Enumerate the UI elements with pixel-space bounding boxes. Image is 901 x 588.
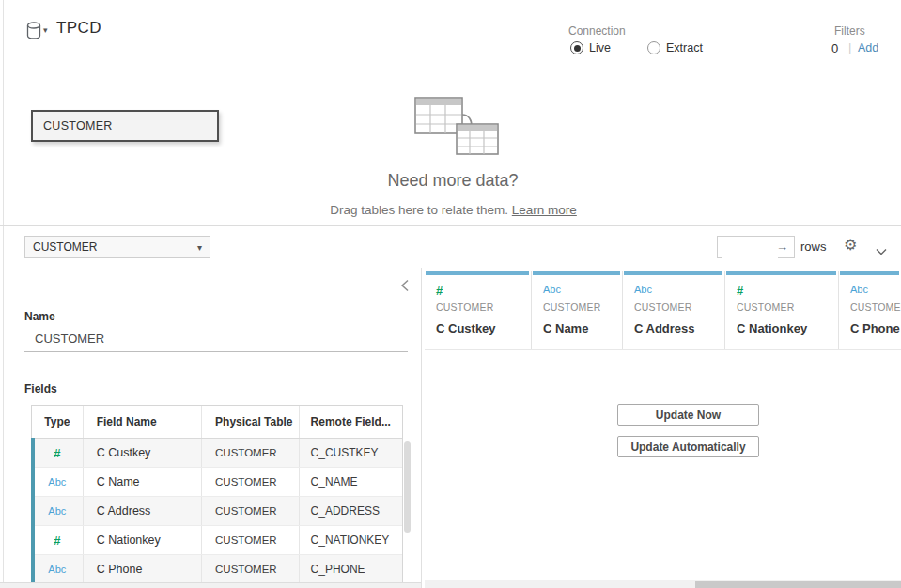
cell-remote-field: C_NATIONKEY [300, 526, 402, 554]
number-type-icon: # [32, 526, 84, 554]
column-accent-bar [426, 271, 529, 275]
grid-column-header[interactable]: Abc CUSTOMER C Phone [839, 271, 901, 349]
cell-remote-field: C_ADDRESS [300, 497, 402, 525]
table-row[interactable]: Abc C Address CUSTOMER C_ADDRESS [32, 497, 402, 526]
cell-physical-table: CUSTOMER [202, 468, 300, 496]
filters-separator: | [848, 40, 851, 54]
canvas-table-chip[interactable]: CUSTOMER [31, 110, 219, 142]
grid-column-header[interactable]: # CUSTOMER C Nationkey [725, 271, 839, 349]
header-remote-field[interactable]: Remote Field... [300, 406, 402, 438]
column-accent-bar [624, 271, 722, 275]
number-type-icon: # [32, 439, 84, 467]
chevron-down-icon[interactable] [876, 242, 887, 259]
header-physical-table[interactable]: Physical Table [202, 406, 300, 438]
radio-live[interactable] [570, 41, 583, 54]
table-row[interactable]: # C Nationkey CUSTOMER C_NATIONKEY [32, 526, 402, 555]
header-field-name[interactable]: Field Name [84, 406, 202, 438]
relate-tables-illustration-icon [402, 90, 505, 162]
left-panel-bottom-scroll-track[interactable] [0, 582, 421, 588]
radio-live-label[interactable]: Live [589, 41, 611, 54]
fields-table-vertical-scrollbar[interactable] [404, 441, 411, 533]
table-selector-dropdown[interactable]: CUSTOMER ▾ [24, 236, 210, 258]
connection-label: Connection [568, 24, 626, 38]
column-accent-bar [533, 271, 620, 275]
panel-divider [421, 268, 422, 588]
column-accent-bar [726, 271, 836, 275]
cell-field-name: C Phone [84, 555, 202, 582]
apply-arrow-icon[interactable]: → [776, 240, 788, 254]
gear-icon[interactable]: ⚙ [844, 236, 857, 254]
column-accent-bar [840, 271, 899, 275]
radio-extract-label[interactable]: Extract [666, 41, 703, 54]
database-icon[interactable] [25, 22, 42, 44]
empty-state-title: Need more data? [312, 171, 594, 191]
grid-header-bottom-divider [425, 349, 901, 350]
string-type-icon: Abc [543, 284, 561, 295]
column-table-name: CUSTOMER [737, 302, 795, 313]
cell-remote-field: C_CUSTKEY [300, 439, 402, 467]
header-type[interactable]: Type [32, 406, 84, 438]
name-field-underline [24, 351, 408, 352]
tableau-datasource-page: ▾ TPCD Connection Live Extract Filters 0… [0, 0, 901, 588]
column-table-name: CUSTOMER [850, 302, 901, 313]
update-now-button[interactable]: Update Now [617, 404, 759, 426]
cell-field-name: C Name [84, 468, 202, 496]
grid-column-header[interactable]: # CUSTOMER C Custkey [425, 271, 532, 349]
row-limit-input[interactable] [722, 238, 778, 258]
column-field-name: C Nationkey [737, 321, 807, 335]
string-type-icon: Abc [32, 497, 84, 525]
dropdown-caret-icon: ▾ [197, 242, 202, 253]
canvas-bottom-divider [0, 225, 901, 226]
fields-label: Fields [24, 382, 57, 395]
name-value-field[interactable]: CUSTOMER [35, 332, 104, 346]
column-field-name: C Phone [850, 321, 900, 335]
cell-physical-table: CUSTOMER [202, 555, 300, 582]
column-table-name: CUSTOMER [634, 302, 692, 313]
cell-physical-table: CUSTOMER [202, 526, 300, 554]
empty-state-subtitle: Drag tables here to relate them. Learn m… [240, 203, 667, 217]
table-selector-value: CUSTOMER [33, 240, 97, 254]
fields-table-header: Type Field Name Physical Table Remote Fi… [32, 406, 402, 439]
grid-horizontal-scrollbar-thumb[interactable] [695, 581, 901, 588]
update-automatically-button[interactable]: Update Automatically [617, 436, 759, 457]
cell-physical-table: CUSTOMER [202, 439, 300, 467]
cell-remote-field: C_PHONE [300, 555, 402, 582]
fields-table: Type Field Name Physical Table Remote Fi… [31, 405, 403, 582]
grid-column-header[interactable]: Abc CUSTOMER C Address [623, 271, 725, 349]
filters-label: Filters [834, 24, 865, 38]
number-type-icon: # [436, 284, 443, 298]
table-row[interactable]: Abc C Name CUSTOMER C_NAME [32, 468, 402, 497]
name-label: Name [24, 310, 55, 323]
radio-extract[interactable] [647, 41, 660, 54]
table-row[interactable]: # C Custkey CUSTOMER C_CUSTKEY [32, 439, 402, 468]
table-row[interactable]: Abc C Phone CUSTOMER C_PHONE [32, 555, 402, 582]
left-edge-divider [3, 0, 4, 588]
empty-state-subtitle-text: Drag tables here to relate them. [330, 203, 512, 217]
grid-horizontal-scrollbar[interactable] [425, 580, 901, 588]
column-table-name: CUSTOMER [436, 302, 494, 313]
cell-field-name: C Custkey [84, 439, 202, 467]
database-caret-icon[interactable]: ▾ [43, 25, 48, 35]
grid-column-header[interactable]: Abc CUSTOMER C Name [532, 271, 623, 349]
learn-more-link[interactable]: Learn more [512, 203, 577, 217]
string-type-icon: Abc [850, 284, 868, 295]
cell-field-name: C Nationkey [84, 526, 202, 554]
filters-count: 0 [831, 41, 838, 55]
number-type-icon: # [737, 284, 743, 298]
datasource-title[interactable]: TPCD [56, 19, 101, 38]
cell-remote-field: C_NAME [300, 468, 402, 496]
string-type-icon: Abc [634, 284, 652, 295]
collapse-panel-icon[interactable] [400, 279, 410, 296]
row-limit-field[interactable]: → [717, 236, 795, 258]
cell-physical-table: CUSTOMER [202, 497, 300, 525]
column-field-name: C Custkey [436, 321, 496, 335]
cell-field-name: C Address [84, 497, 202, 525]
string-type-icon: Abc [32, 468, 84, 496]
add-filter-link[interactable]: Add [858, 41, 878, 54]
column-table-name: CUSTOMER [543, 302, 601, 313]
column-field-name: C Name [543, 321, 588, 335]
rows-label: rows [800, 240, 826, 254]
selected-table-indicator-bar [31, 438, 35, 582]
column-field-name: C Address [634, 321, 695, 335]
string-type-icon: Abc [32, 555, 84, 582]
